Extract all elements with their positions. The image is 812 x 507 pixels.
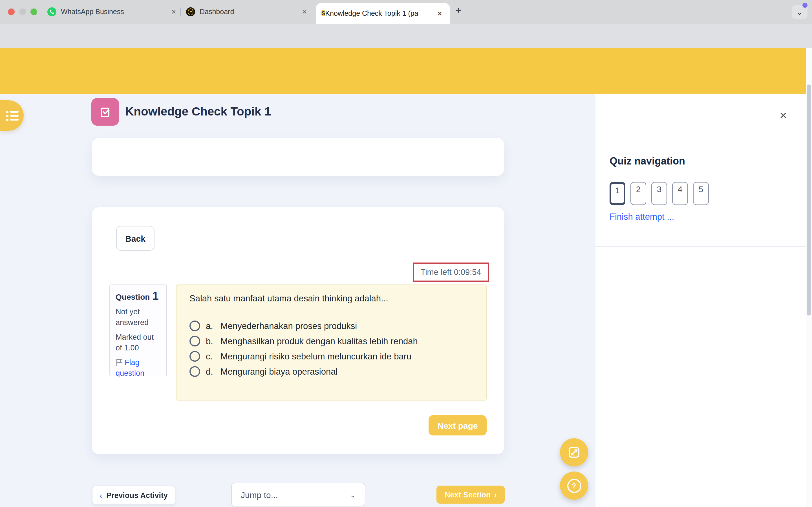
quiz-navigation-title: Quiz navigation — [610, 156, 685, 167]
option-letter: b. — [206, 336, 220, 346]
window-zoom-button[interactable] — [31, 8, 37, 15]
chevron-right-icon: › — [494, 490, 497, 499]
sidebar-close-icon[interactable]: ✕ — [779, 110, 788, 122]
tab-whatsapp[interactable]: WhatsApp Business ✕ — [47, 0, 178, 24]
smile-favicon: S — [321, 10, 325, 16]
quiz-nav-question-1[interactable]: 1 — [610, 182, 625, 205]
option-text: Menyederhanakan proses produksi — [220, 321, 357, 331]
jump-to-select[interactable]: Jump to... ⌄ — [231, 483, 365, 506]
question-text: Salah satu manfaat utama desain thinking… — [190, 293, 388, 304]
tab-close-icon[interactable]: ✕ — [300, 7, 309, 16]
quiz-nav-question-3[interactable]: 3 — [651, 182, 667, 205]
list-icon — [6, 115, 18, 117]
quiz-nav-question-5[interactable]: 5 — [693, 182, 709, 205]
flag-icon — [116, 358, 123, 366]
scrollbar-thumb[interactable] — [807, 84, 811, 316]
list-icon — [6, 111, 18, 113]
tab-active-quiz[interactable]: S Knowledge Check Topik 1 (pa ✕ — [316, 3, 450, 24]
esdm-logo-icon — [186, 7, 195, 16]
window-close-button[interactable] — [8, 8, 15, 15]
answer-option-a[interactable]: a. Menyederhanakan proses produksi — [190, 321, 418, 331]
tab-title: Knowledge Check Topik 1 (pa — [325, 9, 418, 17]
next-page-button[interactable]: Next page — [428, 415, 487, 436]
quiz-navigation-buttons: 1 2 3 4 5 — [610, 182, 709, 205]
answer-option-c[interactable]: c. Mengurangi risiko sebelum meluncurkan… — [190, 351, 418, 362]
flag-question-link[interactable]: Flag question — [116, 357, 161, 379]
question-marks: Marked out of 1.00 — [116, 332, 161, 353]
answer-options: a. Menyederhanakan proses produksi b. Me… — [190, 321, 418, 377]
quiz-activity-icon — [91, 98, 119, 126]
chevron-down-icon: ⌄ — [797, 8, 803, 16]
back-button[interactable]: Back — [116, 226, 154, 251]
option-text: Mengurangi risiko sebelum meluncurkan id… — [220, 351, 411, 361]
option-letter: a. — [206, 321, 220, 331]
jump-to-label: Jump to... — [241, 490, 278, 499]
option-letter: d. — [206, 367, 220, 377]
page-title: Knowledge Check Topik 1 — [125, 105, 271, 118]
radio-button[interactable] — [190, 366, 200, 377]
tab-divider — [181, 8, 181, 16]
finish-attempt-link[interactable]: Finish attempt ... — [610, 212, 674, 222]
list-icon — [6, 119, 18, 121]
tab-title: Dashboard — [200, 8, 234, 16]
previous-activity-button[interactable]: ‹ Previous Activity — [92, 486, 175, 505]
option-letter: c. — [206, 351, 220, 361]
expand-icon — [568, 446, 580, 459]
window-minimize-button[interactable] — [19, 8, 26, 15]
radio-button[interactable] — [190, 321, 200, 331]
question-mark-icon: ? — [567, 478, 581, 493]
next-section-label: Next Section — [445, 490, 491, 499]
answer-option-b[interactable]: b. Menghasilkan produk dengan kualitas l… — [190, 336, 418, 346]
answer-option-d[interactable]: d. Mengurangi biaya operasional — [190, 366, 418, 377]
tab-dashboard[interactable]: Dashboard ✕ — [186, 0, 309, 24]
chevron-left-icon: ‹ — [100, 490, 102, 500]
option-text: Mengurangi biaya operasional — [220, 367, 338, 377]
browser-toolbar: smile.esdm.go.id/lms/mod/quiz/attempt.ph… — [0, 24, 812, 48]
fullscreen-fab[interactable] — [560, 438, 588, 466]
browser-tab-bar: WhatsApp Business ✕ Dashboard ✕ S Knowle… — [0, 0, 812, 24]
quiz-nav-question-4[interactable]: 4 — [672, 182, 688, 205]
question-number: 1 — [152, 290, 158, 302]
quiz-info-card — [92, 138, 504, 176]
app-header: SmilE SMILE Reguler OSL Learnext I1 ⌄ — [0, 48, 812, 94]
chevron-down-icon: ⌄ — [350, 490, 356, 499]
checkbox-icon — [98, 105, 112, 119]
option-text: Menghasilkan produk dengan kualitas lebi… — [220, 336, 418, 346]
tab-close-icon[interactable]: ✕ — [435, 9, 444, 18]
radio-button[interactable] — [190, 351, 200, 362]
update-indicator-dot — [802, 3, 808, 8]
sidebar-divider — [596, 246, 806, 247]
radio-button[interactable] — [190, 336, 200, 346]
question-status: Not yet answered — [116, 306, 161, 328]
help-fab[interactable]: ? — [560, 471, 588, 500]
tab-title: WhatsApp Business — [61, 8, 124, 16]
screen: WhatsApp Business ✕ Dashboard ✕ S Knowle… — [0, 0, 812, 507]
previous-activity-label: Previous Activity — [106, 491, 168, 499]
quiz-nav-question-2[interactable]: 2 — [630, 182, 646, 205]
question-info-panel: Question 1 Not yet answered Marked out o… — [109, 284, 167, 376]
tab-close-icon[interactable]: ✕ — [169, 7, 178, 16]
quiz-timer: Time left 0:09:54 — [413, 263, 489, 282]
whatsapp-icon — [47, 7, 56, 16]
next-section-button[interactable]: Next Section › — [437, 486, 505, 504]
question-label: Question — [116, 292, 150, 301]
new-tab-button[interactable]: + — [456, 5, 461, 16]
